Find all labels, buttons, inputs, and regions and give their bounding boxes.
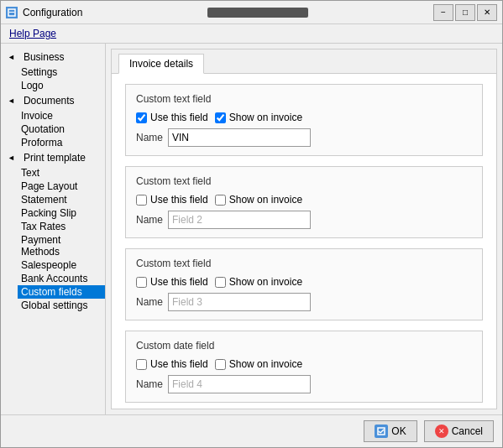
minimize-button[interactable]: − bbox=[433, 4, 453, 21]
use-this-field-checkbox-2[interactable] bbox=[136, 195, 147, 206]
maximize-button[interactable]: □ bbox=[455, 4, 475, 21]
field-group-2-name-row: Name bbox=[136, 211, 472, 229]
show-on-invoice-checkbox-4[interactable] bbox=[215, 359, 226, 370]
content-panel: Invoice details Custom text field Use th… bbox=[111, 49, 497, 409]
main-window: Configuration − □ ✕ Help Page ◄ Business… bbox=[0, 0, 503, 448]
main-content: ◄ Business Settings Logo ◄ Documents Inv… bbox=[1, 44, 502, 414]
field-group-4-name-row: Name bbox=[136, 375, 472, 393]
title-bar: Configuration − □ ✕ bbox=[1, 1, 502, 24]
field-group-4: Custom date field Use this field Show on… bbox=[125, 331, 483, 403]
redacted-content bbox=[207, 8, 308, 18]
use-this-field-checkbox-4[interactable] bbox=[136, 359, 147, 370]
close-button[interactable]: ✕ bbox=[477, 4, 497, 21]
name-input-1[interactable] bbox=[168, 128, 311, 147]
window-controls: − □ ✕ bbox=[433, 4, 497, 21]
field-group-1-name-row: Name bbox=[136, 128, 472, 147]
ok-button[interactable]: OK bbox=[364, 420, 417, 442]
name-label-2: Name bbox=[136, 214, 163, 226]
sidebar-item-tax-rates[interactable]: Tax Rates bbox=[18, 220, 105, 233]
sidebar-item-payment-methods[interactable]: Payment Methods bbox=[18, 233, 105, 258]
sidebar-section-documents[interactable]: ◄ Documents bbox=[1, 92, 105, 109]
field-group-4-title: Custom date field bbox=[136, 340, 472, 352]
name-input-2[interactable] bbox=[168, 211, 311, 229]
field-group-4-checkboxes: Use this field Show on invoice bbox=[136, 358, 472, 370]
field-group-2-checkboxes: Use this field Show on invoice bbox=[136, 194, 472, 206]
name-label-1: Name bbox=[136, 132, 163, 143]
sidebar-item-global-settings[interactable]: Global settings bbox=[18, 299, 105, 312]
svg-rect-1 bbox=[9, 12, 14, 13]
sidebar-item-salespeople[interactable]: Salespeople bbox=[18, 258, 105, 272]
menu-bar: Help Page bbox=[1, 24, 502, 44]
show-on-invoice-checkbox-3[interactable] bbox=[215, 277, 226, 288]
sidebar-children-documents: Invoice Quotation Proforma bbox=[1, 109, 105, 149]
field-group-1-checkboxes: Use this field Show on invoice bbox=[136, 112, 472, 123]
name-label-4: Name bbox=[136, 378, 163, 390]
sidebar-children-print-template: Text Page Layout Statement Packing Slip … bbox=[1, 166, 105, 312]
sidebar-label-business: Business bbox=[20, 50, 68, 64]
show-on-invoice-label-3[interactable]: Show on invoice bbox=[215, 276, 302, 288]
field-group-3-title: Custom text field bbox=[136, 258, 472, 269]
sidebar-item-bank-accounts[interactable]: Bank Accounts bbox=[18, 272, 105, 285]
show-on-invoice-label-2[interactable]: Show on invoice bbox=[215, 194, 302, 206]
sidebar-label-documents: Documents bbox=[20, 94, 78, 107]
sidebar-section-print-template[interactable]: ◄ Print template bbox=[1, 149, 105, 166]
sidebar-item-packing-slip[interactable]: Packing Slip bbox=[18, 206, 105, 220]
menu-help-page[interactable]: Help Page bbox=[6, 26, 60, 41]
field-group-2-title: Custom text field bbox=[136, 175, 472, 187]
title-bar-left: Configuration bbox=[6, 7, 82, 18]
tab-content: Custom text field Use this field Show on… bbox=[112, 74, 496, 409]
ok-icon bbox=[375, 425, 388, 438]
sidebar-item-settings[interactable]: Settings bbox=[18, 65, 105, 79]
sidebar-item-statement[interactable]: Statement bbox=[18, 193, 105, 206]
field-group-2: Custom text field Use this field Show on… bbox=[125, 166, 483, 238]
sidebar-children-business: Settings Logo bbox=[1, 65, 105, 92]
field-group-1-title: Custom text field bbox=[136, 93, 472, 105]
sidebar-item-text[interactable]: Text bbox=[18, 166, 105, 180]
arrow-business: ◄ bbox=[4, 52, 18, 62]
cancel-button[interactable]: ✕ Cancel bbox=[424, 420, 494, 442]
arrow-print-template: ◄ bbox=[4, 153, 18, 163]
arrow-documents: ◄ bbox=[4, 96, 18, 106]
field-group-3-name-row: Name bbox=[136, 293, 472, 311]
use-this-field-checkbox-1[interactable] bbox=[136, 112, 147, 123]
field-group-3: Custom text field Use this field Show on… bbox=[125, 248, 483, 320]
show-on-invoice-label-4[interactable]: Show on invoice bbox=[215, 358, 302, 370]
cancel-icon: ✕ bbox=[435, 425, 448, 438]
tab-invoice-details[interactable]: Invoice details bbox=[118, 54, 204, 74]
sidebar: ◄ Business Settings Logo ◄ Documents Inv… bbox=[1, 44, 106, 414]
sidebar-item-page-layout[interactable]: Page Layout bbox=[18, 180, 105, 193]
use-this-field-label-1[interactable]: Use this field bbox=[136, 112, 208, 123]
tab-bar: Invoice details bbox=[112, 49, 496, 74]
use-this-field-label-3[interactable]: Use this field bbox=[136, 276, 208, 288]
show-on-invoice-checkbox-1[interactable] bbox=[215, 112, 226, 123]
sidebar-item-invoice[interactable]: Invoice bbox=[18, 109, 105, 122]
sidebar-label-print-template: Print template bbox=[20, 151, 89, 164]
sidebar-item-quotation[interactable]: Quotation bbox=[18, 122, 105, 136]
svg-line-4 bbox=[380, 430, 384, 433]
sidebar-item-proforma[interactable]: Proforma bbox=[18, 136, 105, 149]
window-title: Configuration bbox=[23, 7, 82, 18]
window-icon bbox=[6, 7, 18, 18]
field-group-3-checkboxes: Use this field Show on invoice bbox=[136, 276, 472, 288]
field-group-1: Custom text field Use this field Show on… bbox=[125, 84, 483, 156]
use-this-field-checkbox-3[interactable] bbox=[136, 277, 147, 288]
bottom-bar: OK ✕ Cancel bbox=[1, 414, 502, 447]
use-this-field-label-4[interactable]: Use this field bbox=[136, 358, 208, 370]
name-label-3: Name bbox=[136, 296, 163, 308]
show-on-invoice-checkbox-2[interactable] bbox=[215, 195, 226, 206]
use-this-field-label-2[interactable]: Use this field bbox=[136, 194, 208, 206]
sidebar-section-business[interactable]: ◄ Business bbox=[1, 49, 105, 65]
name-input-4[interactable] bbox=[168, 375, 311, 393]
sidebar-item-logo[interactable]: Logo bbox=[18, 79, 105, 92]
name-input-3[interactable] bbox=[168, 293, 311, 311]
sidebar-item-custom-fields[interactable]: Custom fields bbox=[18, 285, 105, 299]
show-on-invoice-label-1[interactable]: Show on invoice bbox=[215, 112, 302, 123]
